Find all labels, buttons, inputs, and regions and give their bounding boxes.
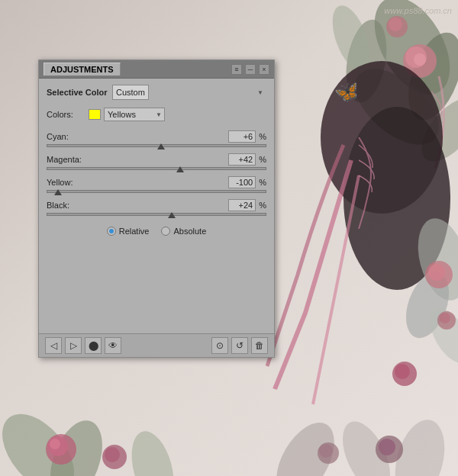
yellow-pct: %: [259, 178, 266, 187]
panel-title-tab: ADJUSTMENTS: [44, 63, 121, 76]
svg-point-17: [428, 264, 445, 281]
radio-row: Relative Absolute: [47, 227, 266, 236]
cyan-value-input[interactable]: [228, 130, 256, 143]
color-swatch: [89, 109, 101, 120]
black-label: Black:: [47, 201, 92, 210]
relative-label: Relative: [119, 227, 150, 236]
magenta-label: Magenta:: [47, 155, 92, 164]
panel-menu-btn[interactable]: ≡: [231, 64, 242, 75]
feather-decoration: [336, 137, 382, 229]
panel-toolbar: ◁ ▷ ⬤ 👁 ⊙ ↺ 🗑: [39, 333, 274, 357]
colors-dropdown[interactable]: Yellows Reds Greens Cyans Blues Magentas…: [104, 108, 165, 121]
relative-radio-dot: [109, 229, 114, 233]
colors-row: Colors: Yellows Reds Greens Cyans Blues …: [47, 108, 266, 121]
adjustments-panel: ADJUSTMENTS ≡ ─ × Selective Color Custom…: [38, 60, 275, 358]
cyan-slider-track[interactable]: [47, 144, 266, 147]
magenta-slider-thumb[interactable]: [176, 166, 184, 172]
tool-delete-btn[interactable]: 🗑: [251, 337, 268, 354]
preset-dropdown-arrow: ▼: [257, 89, 263, 96]
cyan-slider-thumb[interactable]: [157, 143, 165, 150]
tool-circle-btn[interactable]: ⬤: [85, 337, 102, 354]
preset-dropdown[interactable]: Custom Default: [112, 85, 149, 100]
tool-clip-btn[interactable]: ⊙: [211, 337, 228, 354]
toolbar-left: ◁ ▷ ⬤ 👁: [45, 337, 121, 354]
yellow-slider-track[interactable]: [47, 190, 266, 193]
absolute-option[interactable]: Absolute: [161, 227, 206, 236]
black-value-group: %: [228, 199, 266, 211]
relative-option[interactable]: Relative: [107, 227, 150, 236]
cyan-slider-section: Cyan: %: [47, 130, 266, 147]
yellow-label-row: Yellow: %: [47, 176, 266, 188]
yellow-slider-thumb[interactable]: [54, 189, 62, 195]
colors-label: Colors:: [47, 110, 89, 119]
magenta-slider-section: Magenta: %: [47, 153, 266, 170]
panel-body: Selective Color Custom Default ▼ Colors:…: [39, 79, 274, 333]
absolute-label: Absolute: [173, 227, 206, 236]
tool-forward-btn[interactable]: ▷: [65, 337, 82, 354]
cyan-pct: %: [259, 132, 266, 141]
black-slider-track[interactable]: [47, 213, 266, 216]
black-label-row: Black: %: [47, 199, 266, 211]
svg-point-36: [379, 439, 395, 455]
yellow-label: Yellow:: [47, 178, 92, 187]
toolbar-right: ⊙ ↺ 🗑: [211, 337, 268, 354]
magenta-label-row: Magenta: %: [47, 153, 266, 166]
panel-title: ADJUSTMENTS: [50, 65, 114, 74]
svg-point-32: [105, 447, 120, 462]
magenta-value-group: %: [228, 153, 266, 166]
black-pct: %: [259, 201, 266, 210]
black-value-input[interactable]: [228, 199, 256, 211]
yellow-value-group: %: [228, 176, 266, 188]
black-slider-thumb[interactable]: [168, 212, 176, 218]
svg-point-8: [389, 18, 402, 31]
black-slider-section: Black: %: [47, 199, 266, 216]
colors-dropdown-wrapper: Yellows Reds Greens Cyans Blues Magentas…: [104, 108, 165, 121]
empty-space: [47, 236, 266, 327]
selective-color-row: Selective Color Custom Default ▼: [47, 85, 266, 100]
cyan-label: Cyan:: [47, 132, 92, 141]
selective-color-label: Selective Color: [47, 88, 108, 97]
watermark: www.ps88.com.cn: [384, 6, 452, 15]
tool-back-btn[interactable]: ◁: [45, 337, 62, 354]
panel-minimize-btn[interactable]: ─: [245, 64, 256, 75]
yellow-value-input[interactable]: [228, 176, 256, 188]
svg-point-19: [440, 313, 450, 323]
magenta-value-input[interactable]: [228, 153, 256, 166]
preset-dropdown-wrapper: Custom Default ▼: [112, 85, 266, 100]
panel-controls: ≡ ─ ×: [231, 64, 269, 75]
magenta-slider-track[interactable]: [47, 167, 266, 170]
magenta-pct: %: [259, 155, 266, 164]
svg-point-24: [124, 426, 181, 476]
panel-close-btn[interactable]: ×: [259, 64, 269, 75]
absolute-radio[interactable]: [161, 227, 170, 236]
butterfly-decoration: 🦋: [333, 78, 361, 105]
yellow-slider-section: Yellow: %: [47, 176, 266, 193]
svg-point-30: [50, 439, 60, 449]
tool-eye-btn[interactable]: 👁: [105, 337, 121, 354]
relative-radio[interactable]: [107, 227, 116, 236]
tool-reset-btn[interactable]: ↺: [231, 337, 248, 354]
panel-titlebar: ADJUSTMENTS ≡ ─ ×: [39, 60, 274, 79]
svg-point-34: [319, 444, 333, 458]
cyan-value-group: %: [228, 130, 266, 143]
cyan-label-row: Cyan: %: [47, 130, 266, 143]
flowers-bottom: [0, 339, 458, 476]
